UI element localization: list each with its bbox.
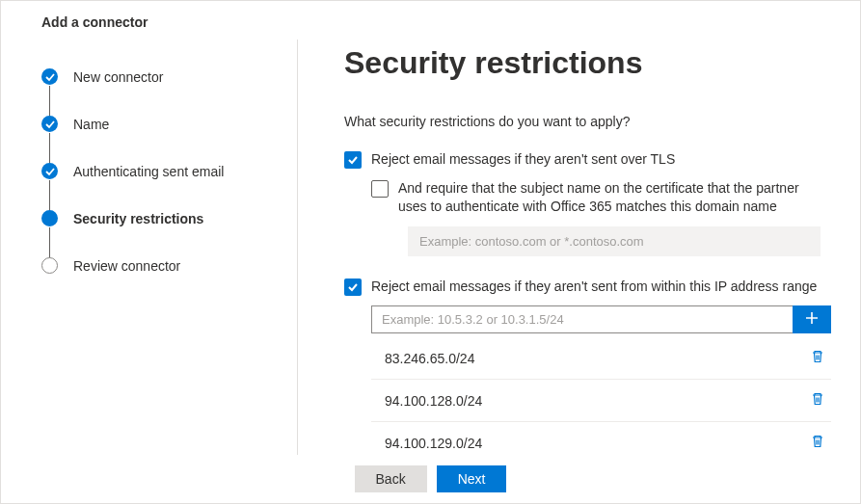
content: New connector Name Authenticating sent e… (1, 40, 860, 455)
back-button[interactable]: Back (355, 465, 427, 492)
step-new-connector[interactable]: New connector (41, 68, 270, 116)
step-label: Review connector (73, 258, 180, 274)
current-step-icon (41, 210, 58, 226)
step-label: Name (73, 117, 109, 132)
tls-checkbox[interactable] (344, 151, 362, 169)
check-circle-icon (41, 68, 58, 85)
wizard-sidebar: New connector Name Authenticating sent e… (1, 40, 298, 455)
ip-list-item: 94.100.128.0/24 (371, 380, 831, 422)
tls-label: Reject email messages if they aren't sen… (371, 150, 675, 170)
step-label: Security restrictions (73, 211, 203, 226)
delete-ip-button[interactable] (808, 389, 827, 411)
step-label: New connector (73, 69, 163, 85)
delete-ip-button[interactable] (808, 432, 827, 454)
tls-option: Reject email messages if they aren't sen… (344, 150, 831, 170)
ip-checkbox[interactable] (344, 279, 362, 296)
check-circle-icon (41, 116, 58, 132)
domain-name-input[interactable] (408, 226, 821, 256)
tls-sub-option: And require that the subject name on the… (371, 179, 831, 217)
intro-text: What security restrictions do you want t… (344, 114, 831, 129)
trash-icon (810, 437, 825, 452)
add-ip-button[interactable] (793, 305, 831, 333)
ip-list-item: 83.246.65.0/24 (371, 337, 831, 380)
ip-value: 94.100.128.0/24 (385, 393, 482, 409)
ip-input-row (371, 305, 831, 333)
ip-label: Reject email messages if they aren't sen… (371, 278, 817, 297)
delete-ip-button[interactable] (808, 347, 827, 369)
page-title: Security restrictions (344, 45, 831, 81)
check-circle-icon (41, 163, 58, 179)
trash-icon (810, 352, 825, 367)
ip-list-item: 94.100.129.0/24 (371, 422, 831, 455)
tls-sub-label: And require that the subject name on the… (398, 179, 831, 217)
plus-icon (804, 310, 820, 329)
next-button[interactable]: Next (437, 465, 507, 492)
trash-icon (810, 394, 825, 410)
step-name[interactable]: Name (41, 116, 270, 163)
dialog-title: Add a connector (1, 1, 860, 40)
ip-address-input[interactable] (371, 305, 793, 333)
footer: Back Next (1, 455, 860, 503)
ip-value: 94.100.129.0/24 (385, 436, 482, 451)
ip-option: Reject email messages if they aren't sen… (344, 278, 831, 297)
step-security-restrictions[interactable]: Security restrictions (41, 210, 270, 257)
ip-value: 83.246.65.0/24 (385, 351, 474, 366)
tls-subject-checkbox[interactable] (371, 180, 389, 198)
ip-list: 83.246.65.0/24 94.100.128.0/24 (371, 337, 831, 455)
main: Security restrictions What security rest… (298, 40, 860, 455)
step-label: Authenticating sent email (73, 164, 224, 179)
step-authenticating[interactable]: Authenticating sent email (41, 163, 270, 210)
step-review-connector[interactable]: Review connector (41, 257, 270, 274)
pending-step-icon (41, 257, 58, 274)
